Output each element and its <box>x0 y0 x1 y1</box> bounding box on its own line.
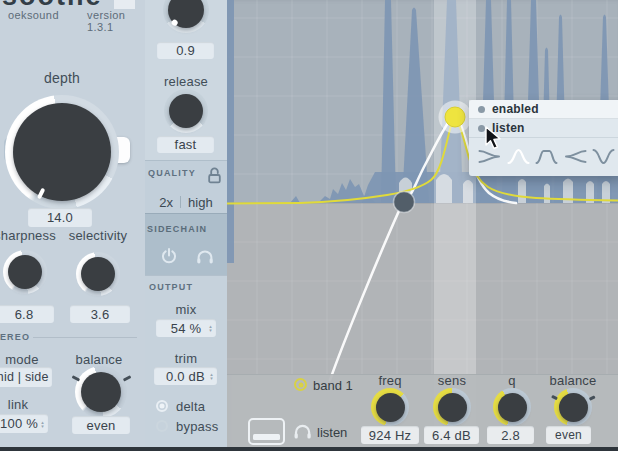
band1-label[interactable]: band 1 <box>313 378 353 393</box>
shape-plateau-icon[interactable] <box>535 148 558 165</box>
menu-item-enabled[interactable]: enabled <box>469 100 618 119</box>
band-balance-knob[interactable] <box>554 388 592 426</box>
q-value[interactable]: 2.8 <box>487 426 534 444</box>
freq-value[interactable]: 924 Hz <box>361 426 419 444</box>
band2-node[interactable] <box>394 192 415 213</box>
band1-radio[interactable] <box>294 378 307 391</box>
band-balance-value[interactable]: even <box>546 426 591 444</box>
enabled-dot-icon <box>478 106 485 113</box>
freq-knob[interactable] <box>371 388 409 426</box>
sens-knob[interactable] <box>433 388 471 426</box>
band1-node[interactable] <box>445 107 465 127</box>
shape-notch-icon[interactable] <box>592 148 615 165</box>
shape-bell-icon[interactable] <box>507 148 530 165</box>
sens-value[interactable]: 6.4 dB <box>424 426 479 444</box>
band-listen-label[interactable]: listen <box>317 425 347 440</box>
bottom-bar <box>0 447 618 451</box>
keyboard-toggle-bar <box>253 434 280 440</box>
q-label: q <box>482 373 542 388</box>
freq-label: freq <box>360 373 420 388</box>
keyboard-toggle-button[interactable] <box>248 418 285 445</box>
sens-label: sens <box>422 373 482 388</box>
soothe2-plugin-window: { "header": { "logo": "soothe", "brand":… <box>0 0 618 451</box>
band-balance-label: balance <box>543 373 603 388</box>
shape-merge-left-icon[interactable] <box>564 148 587 165</box>
mouse-cursor <box>480 122 506 152</box>
band-listen-icon[interactable] <box>293 423 312 439</box>
q-knob[interactable] <box>493 388 531 426</box>
